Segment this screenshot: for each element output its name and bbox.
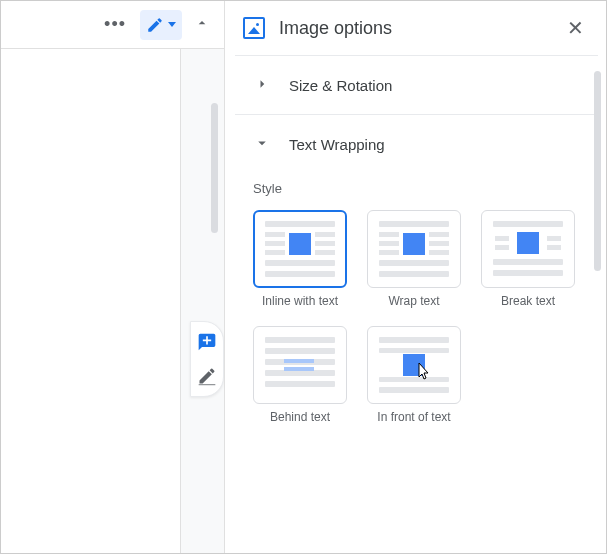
wrap-option-label: Wrap text bbox=[388, 294, 439, 308]
dropdown-caret-icon bbox=[168, 22, 176, 27]
image-icon bbox=[243, 17, 265, 39]
section-text-wrapping[interactable]: Text Wrapping bbox=[253, 115, 588, 173]
wrap-option-label: Inline with text bbox=[262, 294, 338, 308]
collapse-chevron-icon[interactable] bbox=[188, 15, 216, 34]
wrap-option-inline[interactable]: Inline with text bbox=[253, 210, 347, 308]
wrap-option-front[interactable]: In front of text bbox=[367, 326, 461, 424]
section-label: Size & Rotation bbox=[289, 77, 392, 94]
wrap-option-label: Behind text bbox=[270, 410, 330, 424]
document-canvas[interactable] bbox=[1, 49, 224, 553]
close-icon[interactable]: ✕ bbox=[563, 12, 588, 44]
chevron-right-icon bbox=[253, 75, 271, 96]
panel-title: Image options bbox=[279, 18, 549, 39]
more-menu-icon[interactable]: ••• bbox=[96, 14, 134, 35]
wrap-option-label: Break text bbox=[501, 294, 555, 308]
chevron-down-icon bbox=[253, 134, 271, 155]
style-label: Style bbox=[253, 181, 588, 196]
wrap-option-behind[interactable]: Behind text bbox=[253, 326, 347, 424]
pencil-icon bbox=[146, 16, 164, 34]
section-size-rotation[interactable]: Size & Rotation bbox=[253, 56, 588, 114]
section-label: Text Wrapping bbox=[289, 136, 385, 153]
panel-scrollbar[interactable] bbox=[594, 71, 601, 271]
document-page bbox=[1, 49, 181, 553]
wrap-option-label: In front of text bbox=[377, 410, 450, 424]
wrap-option-wrap[interactable]: Wrap text bbox=[367, 210, 461, 308]
scrollbar[interactable] bbox=[211, 103, 218, 233]
image-options-panel: Image options ✕ Size & Rotation Text Wra… bbox=[224, 1, 606, 553]
wrap-option-break[interactable]: Break text bbox=[481, 210, 575, 308]
add-comment-icon[interactable] bbox=[197, 332, 217, 352]
suggest-edits-icon[interactable] bbox=[197, 366, 217, 386]
edit-mode-button[interactable] bbox=[140, 10, 182, 40]
